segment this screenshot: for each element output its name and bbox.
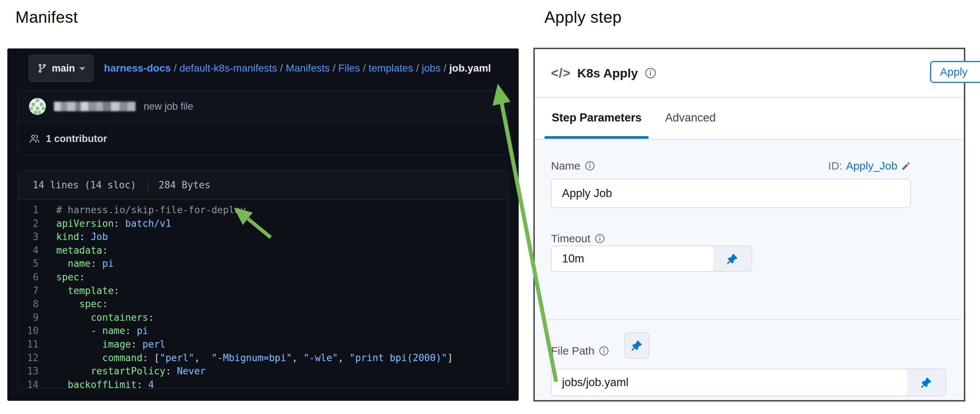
line-number[interactable]: 1: [18, 203, 38, 217]
file-path-input: [551, 368, 946, 397]
branch-selector[interactable]: main: [29, 55, 94, 82]
file-size-stat: 284 Bytes: [159, 179, 210, 190]
line-number[interactable]: 8: [18, 297, 38, 311]
line-number[interactable]: 4: [18, 244, 38, 257]
pushpin-icon: [631, 339, 643, 352]
step-name: K8s Apply: [578, 66, 638, 80]
step-id-value[interactable]: Apply_Job: [846, 160, 897, 172]
step-parameters-content: Name ID: Apply_Job Timeo: [535, 139, 964, 400]
name-input: [551, 179, 911, 208]
breadcrumb-item[interactable]: Manifests: [286, 62, 330, 74]
file-path-input-field: [552, 369, 907, 396]
file-content-box: 14 lines (14 sloc) 284 Bytes 1# harness.…: [18, 170, 508, 388]
timeout-runtime-input-pin[interactable]: [713, 246, 751, 271]
line-number[interactable]: 13: [18, 365, 38, 378]
name-text-input[interactable]: [552, 187, 910, 200]
section-divider: [545, 319, 962, 320]
info-icon[interactable]: [599, 346, 609, 356]
line-number[interactable]: 10: [18, 324, 38, 338]
code-line: 5 name: pi: [18, 257, 508, 271]
code-line: 1# harness.io/skip-file-for-deploy: [18, 203, 508, 217]
breadcrumb-separator: /: [441, 62, 449, 74]
file-path-field-label: File Path: [551, 345, 609, 357]
people-icon: [29, 133, 40, 144]
line-number[interactable]: 14: [18, 378, 38, 388]
code-line: 3kind: Job: [18, 230, 508, 244]
code-text: spec:: [56, 271, 85, 284]
file-path-runtime-input-pin[interactable]: [907, 369, 945, 396]
file-path-label-text: File Path: [551, 345, 594, 357]
line-number[interactable]: 5: [18, 257, 38, 271]
breadcrumb-item[interactable]: jobs: [422, 62, 441, 74]
divider: [147, 178, 148, 192]
timeout-input-field: [552, 246, 713, 271]
code-text: metadata:: [56, 244, 108, 257]
file-lines-stat: 14 lines (14 sloc): [33, 179, 136, 190]
branch-name: main: [52, 63, 75, 74]
contributors-row[interactable]: 1 contributor: [18, 122, 508, 155]
line-number[interactable]: 12: [18, 351, 38, 365]
line-number[interactable]: 6: [18, 271, 38, 284]
info-icon[interactable]: [585, 161, 595, 171]
breadcrumb-separator: /: [360, 62, 368, 74]
latest-commit-box: new job file 1 contributor: [18, 90, 508, 155]
code-line: 4metadata:: [18, 244, 508, 257]
redacted-author-name: [54, 102, 135, 111]
breadcrumb-separator: /: [277, 62, 286, 74]
line-number[interactable]: 9: [18, 311, 38, 324]
apply-step-title: Apply step: [544, 8, 622, 27]
breadcrumb-item[interactable]: harness-docs: [104, 62, 171, 74]
commit-row: new job file: [18, 90, 508, 122]
code-line: 7 template:: [18, 284, 508, 298]
code-text: name: pi: [56, 257, 114, 271]
line-number[interactable]: 3: [18, 230, 38, 244]
active-tab-underline: [544, 136, 649, 139]
code-line: 14 backoffLimit: 4: [18, 378, 508, 388]
edit-pencil-icon[interactable]: [901, 161, 911, 171]
code-text: # harness.io/skip-file-for-deploy: [56, 203, 246, 217]
breadcrumb-current-file: job.yaml: [449, 62, 491, 74]
tab-step-parameters[interactable]: Step Parameters: [552, 111, 642, 124]
git-branch-icon: [37, 63, 48, 73]
avatar[interactable]: [29, 98, 46, 115]
code-line: 11 image: perl: [18, 338, 508, 351]
breadcrumb-item[interactable]: Files: [338, 62, 360, 74]
line-number[interactable]: 11: [18, 338, 38, 351]
code-line: 13 restartPolicy: Never: [18, 365, 508, 378]
tab-advanced[interactable]: Advanced: [665, 111, 716, 124]
code-text: image: perl: [56, 338, 165, 351]
line-number[interactable]: 7: [18, 284, 38, 298]
breadcrumb-item[interactable]: templates: [369, 62, 413, 74]
id-label: ID:: [828, 160, 842, 172]
step-id-row: ID: Apply_Job: [828, 160, 911, 172]
info-icon[interactable]: [644, 67, 656, 79]
github-file-panel: main harness-docs / default-k8s-manifest…: [7, 48, 519, 401]
code-text: - name: pi: [56, 324, 148, 338]
info-icon[interactable]: [595, 233, 605, 244]
screenshot-canvas: Manifest Apply step main harness-docs / …: [0, 0, 980, 414]
code-text: apiVersion: batch/v1: [56, 217, 171, 230]
file-path-text-input[interactable]: [552, 376, 907, 389]
code-lines: 1# harness.io/skip-file-for-deploy2apiVe…: [18, 200, 508, 388]
breadcrumb-separator: /: [413, 62, 422, 74]
pushpin-icon: [920, 376, 932, 389]
contributors-label: 1 contributor: [46, 133, 107, 144]
timeout-input: [551, 246, 752, 272]
code-text: containers:: [56, 311, 154, 324]
code-line: 2apiVersion: batch/v1: [18, 217, 508, 230]
timeout-field-label: Timeout: [551, 232, 605, 245]
file-path-runtime-input-pin-button[interactable]: [624, 332, 649, 358]
code-line: 9 containers:: [18, 311, 508, 324]
github-top-bar: main harness-docs / default-k8s-manifest…: [29, 54, 510, 82]
k8s-apply-step-card: </> K8s Apply Step ParametersAdvanced Na…: [533, 48, 965, 401]
step-tabs: Step ParametersAdvanced: [552, 98, 716, 138]
line-number[interactable]: 2: [18, 217, 38, 230]
name-field-label: Name: [551, 160, 595, 172]
breadcrumb-separator: /: [330, 62, 338, 74]
commit-message[interactable]: new job file: [144, 101, 193, 112]
code-line: 10 - name: pi: [18, 324, 508, 338]
apply-changes-button[interactable]: Apply: [930, 61, 980, 83]
timeout-text-input[interactable]: [552, 252, 713, 265]
breadcrumb-item[interactable]: default-k8s-manifests: [179, 62, 277, 74]
name-input-field: [552, 179, 910, 207]
